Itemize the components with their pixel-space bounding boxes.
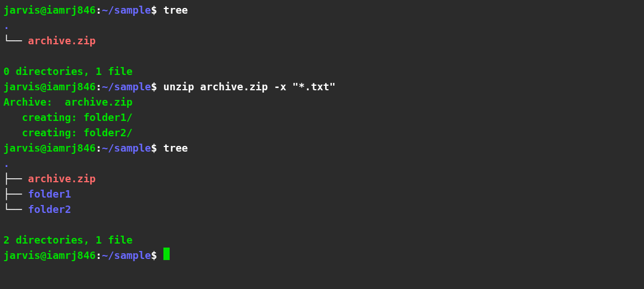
prompt-user: jarvis@iamrj846 [3, 4, 96, 16]
prompt-dollar: $ [151, 4, 157, 16]
tree2-dir-folder2: folder2 [28, 203, 71, 215]
prompt-line-2: jarvis@iamrj846:~/sample$ unzip archive.… [3, 79, 641, 94]
blank-2 [3, 217, 641, 232]
prompt-line-4[interactable]: jarvis@iamrj846:~/sample$ [3, 248, 641, 263]
unzip-create-1: creating: folder1/ [3, 110, 641, 125]
tree1-summary: 0 directories, 1 file [3, 64, 641, 79]
tree2-row-2: ├── folder1 [3, 186, 641, 202]
tree2-dir-folder1: folder1 [28, 188, 71, 200]
tree1-file-archive: archive.zip [28, 35, 95, 47]
unzip-create-2: creating: folder2/ [3, 125, 641, 140]
prompt-line-3: jarvis@iamrj846:~/sample$ tree [3, 140, 641, 156]
tree2-dot: . [3, 156, 641, 171]
cursor-icon [163, 248, 170, 260]
prompt-line-1: jarvis@iamrj846:~/sample$ tree [3, 2, 641, 18]
tree2-row-1: ├── archive.zip [3, 171, 641, 186]
tree1-row-1: └── archive.zip [3, 33, 641, 48]
prompt-sep: : [96, 4, 102, 16]
terminal[interactable]: jarvis@iamrj846:~/sample$ tree . └── arc… [3, 2, 641, 263]
tree2-summary: 2 directories, 1 file [3, 232, 641, 248]
command-tree-2: tree [163, 142, 188, 154]
tree1-dot: . [3, 18, 641, 33]
blank-1 [3, 48, 641, 64]
prompt-path: ~/sample [102, 4, 151, 16]
command-tree-1: tree [163, 4, 188, 16]
sp [157, 4, 163, 16]
unzip-archive: Archive: archive.zip [3, 94, 641, 110]
command-unzip: unzip archive.zip -x "*.txt" [163, 81, 335, 93]
tree2-row-3: └── folder2 [3, 202, 641, 217]
tree2-file-archive: archive.zip [28, 173, 95, 185]
